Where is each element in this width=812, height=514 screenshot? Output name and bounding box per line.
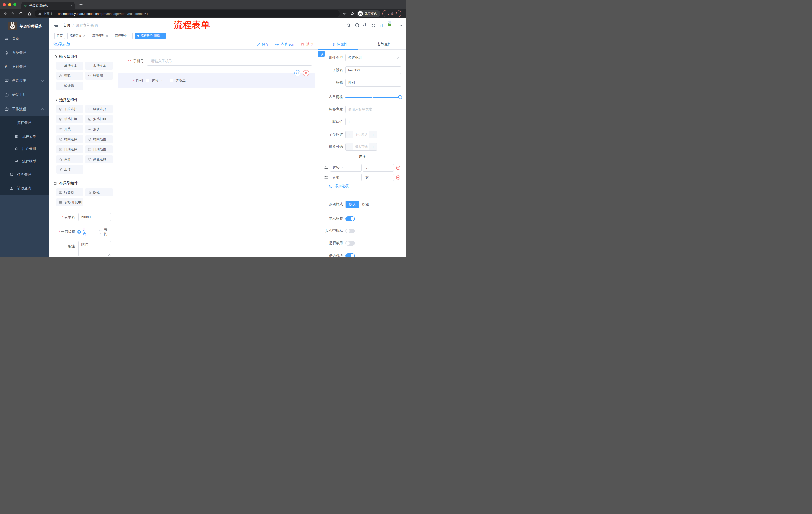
- browser-tab[interactable]: 芋道管理系统: [21, 2, 75, 9]
- breadcrumb-home[interactable]: 首页: [63, 23, 70, 28]
- github-icon[interactable]: [355, 23, 359, 28]
- sidebar-item-devtools[interactable]: 研发工具: [0, 89, 49, 100]
- password-key-icon[interactable]: [343, 12, 347, 16]
- slider-track[interactable]: [345, 97, 402, 98]
- option-value-input[interactable]: 女: [362, 173, 394, 181]
- palette-item-password[interactable]: 密码: [56, 72, 83, 80]
- palette-item-upload[interactable]: 上传: [56, 165, 83, 173]
- tag-process-form[interactable]: 流程表单: [113, 33, 133, 39]
- fullscreen-icon[interactable]: [371, 23, 376, 28]
- forward-icon[interactable]: [11, 11, 15, 16]
- radio-on-label[interactable]: 开启: [83, 227, 90, 236]
- radio-on[interactable]: [77, 230, 81, 234]
- form-remark-textarea[interactable]: 嘿嘿: [78, 241, 111, 256]
- stepper-placeholder[interactable]: 至少应选: [353, 131, 369, 138]
- option-label-input[interactable]: 选项一: [330, 164, 361, 171]
- palette-item-button[interactable]: 按钮: [85, 188, 113, 196]
- palette-item-date-picker[interactable]: 日期选择: [56, 145, 83, 154]
- tag-close-icon[interactable]: [161, 35, 163, 37]
- sidebar-item-process-form[interactable]: 流程表单: [0, 131, 49, 142]
- font-size-icon[interactable]: [379, 23, 383, 28]
- option-value-input[interactable]: 男: [362, 164, 394, 171]
- palette-item-rate[interactable]: 评分: [56, 155, 83, 163]
- delete-component-button[interactable]: [303, 70, 309, 76]
- sidebar-item-system[interactable]: 系统管理: [0, 47, 49, 58]
- sidebar-item-process-model[interactable]: 流程模型: [0, 156, 49, 167]
- tag-home[interactable]: 首页: [54, 33, 65, 39]
- back-icon[interactable]: [3, 11, 7, 16]
- sidebar-item-workflow[interactable]: 工作流程: [0, 104, 49, 115]
- tag-process-definition[interactable]: 流程定义: [67, 33, 87, 39]
- remove-option-icon[interactable]: [396, 175, 401, 180]
- sidebar-logo[interactable]: 芋道管理系统: [0, 18, 49, 34]
- stepper-placeholder[interactable]: 最多可选: [353, 143, 369, 151]
- sidebar-item-infra[interactable]: 基础设施: [0, 75, 49, 86]
- checkbox-icon[interactable]: [170, 79, 173, 82]
- palette-item-time-range[interactable]: 时间范围: [85, 135, 113, 143]
- window-zoom-icon[interactable]: [13, 3, 16, 6]
- gender-option-1[interactable]: 选项一: [146, 78, 162, 83]
- search-icon[interactable]: [346, 23, 351, 28]
- clear-button[interactable]: 清空: [301, 42, 313, 47]
- disabled-toggle[interactable]: [345, 241, 355, 246]
- show-label-toggle[interactable]: [345, 216, 355, 221]
- canvas-field-phone[interactable]: 手机号 请输入手机号: [115, 57, 312, 65]
- home-icon[interactable]: [27, 11, 32, 16]
- palette-item-switch[interactable]: 开关: [56, 125, 83, 133]
- sidebar-item-user-group[interactable]: 用户分组: [0, 143, 49, 154]
- canvas-field-gender-selected[interactable]: 性别 选项一 选项二: [118, 74, 315, 88]
- new-tab-icon[interactable]: [79, 2, 83, 6]
- gender-option-2[interactable]: 选项二: [170, 78, 186, 83]
- bookmark-star-icon[interactable]: [350, 11, 354, 16]
- tag-close-icon[interactable]: [128, 35, 130, 37]
- palette-item-color-picker[interactable]: 颜色选择: [85, 155, 113, 163]
- radio-off[interactable]: [99, 230, 102, 234]
- radio-off-label[interactable]: 关闭: [104, 227, 111, 236]
- plus-button[interactable]: [369, 143, 377, 151]
- field-name-input[interactable]: field122: [345, 66, 401, 74]
- plus-button[interactable]: [369, 131, 377, 138]
- grid-slider[interactable]: [345, 95, 402, 99]
- sidebar-item-home[interactable]: 首页: [0, 33, 49, 45]
- drag-handle-icon[interactable]: [324, 166, 328, 170]
- sidebar-item-leave-query[interactable]: 请假查询: [0, 183, 49, 194]
- save-button[interactable]: 保存: [256, 42, 268, 47]
- tab-close-icon[interactable]: [70, 4, 72, 6]
- sidebar-item-task-mgmt[interactable]: 任务管理: [0, 169, 49, 180]
- title-input[interactable]: 性别: [345, 79, 401, 86]
- palette-item-row-container[interactable]: 行容器: [56, 188, 83, 196]
- sidebar-item-process-mgmt[interactable]: 流程管理: [0, 117, 49, 129]
- url-bar[interactable]: 不安全 dashboard.yudao.iocoder.cn/bpm/manag…: [35, 10, 340, 17]
- form-name-input[interactable]: biubiu: [78, 213, 111, 221]
- palette-item-date-range[interactable]: 日期范围: [85, 145, 113, 154]
- option-label-input[interactable]: 选项二: [330, 173, 361, 181]
- palette-item-single-line-text[interactable]: 单行文本: [56, 62, 83, 70]
- view-json-button[interactable]: 查看json: [275, 42, 294, 47]
- label-width-input[interactable]: 请输入标签宽度: [345, 106, 401, 113]
- copy-component-button[interactable]: [294, 70, 300, 76]
- palette-item-cascader[interactable]: 级联选择: [85, 105, 113, 113]
- style-button-button[interactable]: 按钮: [359, 201, 372, 208]
- tag-process-form-edit[interactable]: 流程表单-编辑: [135, 33, 166, 39]
- tab-form-props[interactable]: 表单属性: [362, 39, 406, 49]
- component-type-select[interactable]: 多选框组: [345, 54, 401, 61]
- palette-item-checkbox-group[interactable]: 多选框组: [85, 115, 113, 123]
- minus-button[interactable]: [346, 131, 353, 138]
- reload-icon[interactable]: [19, 11, 23, 16]
- border-toggle[interactable]: [345, 228, 355, 233]
- palette-item-slider[interactable]: 滑块: [85, 125, 113, 133]
- palette-item-time-picker[interactable]: 时间选择: [56, 135, 83, 143]
- resize-grip-icon[interactable]: [108, 254, 110, 256]
- minus-button[interactable]: [346, 143, 353, 151]
- remove-option-icon[interactable]: [396, 165, 401, 170]
- tag-process-model[interactable]: 流程模型: [90, 33, 110, 39]
- add-option-button[interactable]: 添加选项: [329, 184, 349, 189]
- palette-item-table[interactable]: 表格[开发中]: [56, 198, 83, 207]
- style-default-button[interactable]: 默认: [346, 201, 359, 208]
- phone-input[interactable]: 请输入手机号: [147, 57, 312, 65]
- sidebar-item-payment[interactable]: ¥ 支付管理: [0, 61, 49, 73]
- browser-menu-icon[interactable]: [396, 13, 397, 14]
- palette-item-select[interactable]: 下拉选择: [56, 105, 83, 113]
- checkbox-icon[interactable]: [146, 79, 149, 82]
- form-canvas[interactable]: 手机号 请输入手机号 性别 选项一 选项二: [115, 50, 318, 257]
